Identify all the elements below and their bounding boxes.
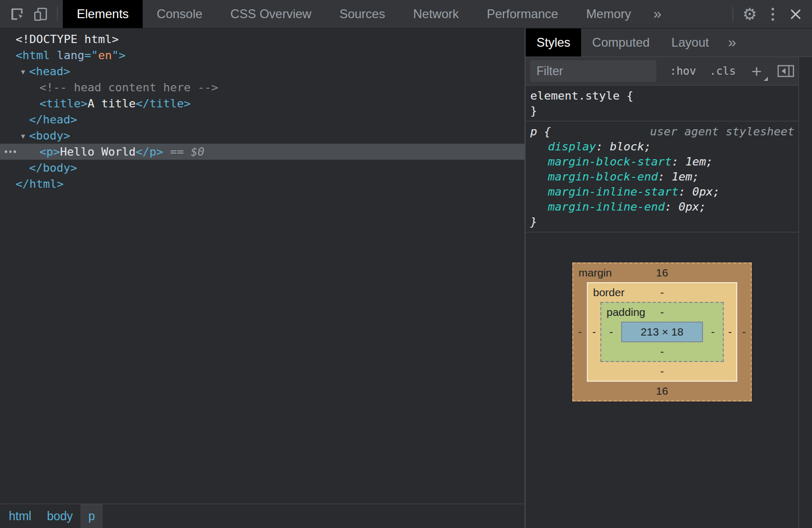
- margin-bottom-value[interactable]: 16: [656, 385, 668, 397]
- tab-network[interactable]: Network: [399, 0, 473, 28]
- css-property-name: display: [548, 140, 596, 153]
- token-comment: <!-- head content here -->: [39, 81, 218, 94]
- tab-memory[interactable]: Memory: [572, 0, 645, 28]
- css-property-name: margin-block-end: [548, 170, 658, 183]
- css-property-value: : 0px;: [665, 200, 706, 213]
- token-tag: <p>: [39, 145, 60, 158]
- token-tag: </head>: [29, 113, 77, 126]
- tree-row[interactable]: ▼<body>: [0, 128, 525, 144]
- border-top-value[interactable]: -: [660, 286, 664, 299]
- margin-top-value[interactable]: 16: [656, 267, 668, 279]
- close-devtools-button[interactable]: [784, 0, 807, 28]
- box-model-padding: padding - - 213 × 18: [600, 302, 724, 362]
- device-toolbar-icon: [33, 6, 49, 22]
- rule-selector[interactable]: element.style {: [530, 88, 634, 103]
- tree-row[interactable]: ▼<head>: [0, 63, 525, 79]
- css-property-value: : 1em;: [658, 170, 699, 183]
- css-property[interactable]: display: block;: [530, 139, 799, 154]
- tab-sources[interactable]: Sources: [325, 0, 399, 28]
- tab-performance[interactable]: Performance: [473, 0, 572, 28]
- tab-computed[interactable]: Computed: [581, 29, 660, 57]
- expand-arrow-icon[interactable]: ▼: [17, 64, 29, 80]
- close-icon: [789, 7, 803, 21]
- tree-row[interactable]: <p>Hello World</p> == $0: [0, 144, 525, 160]
- toolbar-divider: [57, 7, 58, 21]
- sidebar-toggle-button[interactable]: [777, 65, 794, 77]
- toggle-element-state-button[interactable]: :hov: [670, 65, 696, 77]
- styles-pane-content: :hov .cls +: [526, 57, 799, 528]
- main-tab-bar: ElementsConsoleCSS OverviewSourcesNetwor…: [63, 0, 645, 28]
- tree-row[interactable]: </body>: [0, 160, 525, 176]
- scrollbar-gutter[interactable]: [799, 57, 812, 528]
- token-plain: A title: [88, 97, 136, 110]
- devtools-content: <!DOCTYPE html><html lang="en">▼<head><!…: [0, 29, 812, 528]
- box-model-content[interactable]: 213 × 18: [621, 322, 703, 342]
- css-property-name: margin-block-start: [548, 155, 671, 168]
- tree-row[interactable]: <!DOCTYPE html>: [0, 31, 525, 47]
- margin-right-value[interactable]: -: [737, 282, 751, 382]
- tree-row[interactable]: <html lang="en">: [0, 47, 525, 63]
- border-left-value[interactable]: -: [588, 302, 600, 362]
- customize-devtools-button[interactable]: [761, 0, 784, 28]
- css-property[interactable]: margin-inline-start: 0px;: [530, 184, 799, 199]
- styles-filter-input[interactable]: [530, 60, 656, 82]
- border-bottom-value[interactable]: -: [660, 365, 664, 378]
- box-model-border-bottom-row: -: [588, 362, 736, 381]
- token-value: en: [98, 49, 112, 62]
- inspect-cursor-icon: [10, 6, 26, 22]
- box-model-border: border - - padding -: [587, 282, 737, 382]
- element-classes-button[interactable]: .cls: [710, 65, 736, 77]
- devtools-window: ElementsConsoleCSS OverviewSourcesNetwor…: [0, 0, 812, 528]
- box-model-diagram: margin 16 - border -: [572, 262, 752, 401]
- margin-left-value[interactable]: -: [573, 282, 587, 382]
- token-tag: </body>: [29, 161, 77, 174]
- devtools-toolbar: ElementsConsoleCSS OverviewSourcesNetwor…: [0, 0, 812, 29]
- tree-row[interactable]: <title>A title</title>: [0, 95, 525, 112]
- style-rule: p {user agent stylesheetdisplay: block;m…: [526, 121, 799, 232]
- border-label: border: [593, 286, 625, 299]
- settings-button[interactable]: ⚙: [738, 0, 761, 28]
- css-property[interactable]: margin-block-start: 1em;: [530, 154, 799, 169]
- token-tag: =": [84, 49, 98, 62]
- sidebar-tabs: StylesComputedLayout: [526, 29, 720, 57]
- styles-sidebar: StylesComputedLayout » :hov .cls +: [525, 29, 812, 528]
- breadcrumb-body[interactable]: body: [39, 504, 80, 528]
- token-dollar: $0: [190, 145, 204, 158]
- tab-styles[interactable]: Styles: [526, 29, 581, 57]
- css-property-name: margin-inline-start: [548, 185, 679, 198]
- row-overflow-dots-icon[interactable]: [5, 144, 16, 160]
- padding-right-value[interactable]: -: [703, 322, 723, 342]
- style-rule: element.style {}: [526, 86, 799, 121]
- tab-elements[interactable]: Elements: [63, 0, 143, 28]
- breadcrumb-p[interactable]: p: [80, 504, 103, 528]
- more-tabs-button[interactable]: »: [645, 0, 670, 28]
- toolbar-right-controls: ⚙: [727, 0, 812, 28]
- css-property[interactable]: margin-block-end: 1em;: [530, 169, 799, 184]
- dom-breadcrumb-bar: htmlbodyp: [0, 504, 525, 528]
- inspect-element-button[interactable]: [6, 0, 29, 28]
- rule-selector[interactable]: p {: [530, 124, 551, 139]
- css-property-value: : block;: [596, 140, 651, 153]
- new-style-rule-button[interactable]: +: [751, 62, 762, 80]
- css-rules-list: element.style {}p {user agent stylesheet…: [526, 86, 799, 232]
- box-model-padding-bottom-row: -: [601, 342, 723, 361]
- tab-css-overview[interactable]: CSS Overview: [216, 0, 325, 28]
- expand-arrow-icon[interactable]: ▼: [17, 128, 29, 144]
- tree-row[interactable]: <!-- head content here -->: [0, 79, 525, 95]
- tab-layout[interactable]: Layout: [660, 29, 720, 57]
- border-right-value[interactable]: -: [724, 302, 736, 362]
- token-tag: <body>: [29, 129, 70, 142]
- sidebar-tab-bar: StylesComputedLayout »: [526, 29, 812, 57]
- sidebar-more-tabs-button[interactable]: »: [720, 29, 745, 57]
- css-property[interactable]: margin-inline-end: 0px;: [530, 199, 799, 214]
- padding-bottom-value[interactable]: -: [660, 345, 664, 358]
- margin-label: margin: [579, 267, 612, 279]
- tab-console[interactable]: Console: [143, 0, 216, 28]
- padding-top-value[interactable]: -: [660, 306, 664, 318]
- tree-row[interactable]: </head>: [0, 112, 525, 128]
- device-toolbar-button[interactable]: [29, 0, 52, 28]
- breadcrumb-html[interactable]: html: [1, 504, 39, 528]
- css-property-value: : 0px;: [679, 185, 720, 198]
- tree-row[interactable]: </html>: [0, 176, 525, 192]
- padding-left-value[interactable]: -: [601, 322, 621, 342]
